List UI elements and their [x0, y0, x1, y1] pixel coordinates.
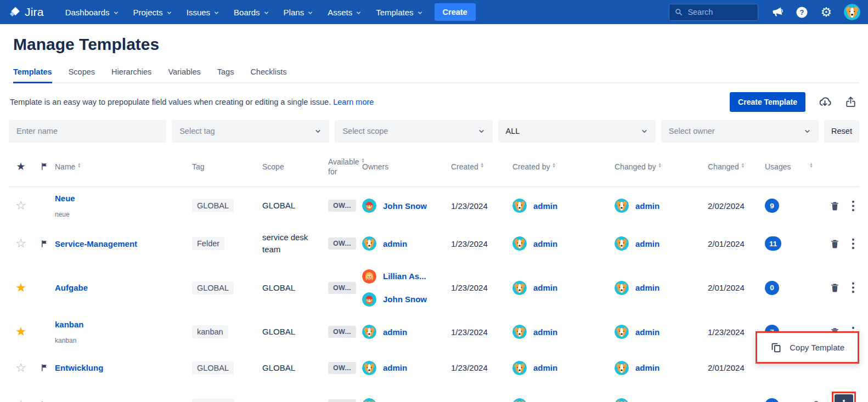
- owner-link[interactable]: admin: [383, 239, 407, 248]
- delete-button[interactable]: [828, 281, 841, 295]
- owner-filter-select[interactable]: Select owner: [661, 120, 819, 143]
- nav-menu-issues[interactable]: Issues: [179, 0, 227, 24]
- nav-menu-dashboards[interactable]: Dashboards: [58, 0, 126, 24]
- type-filter-select[interactable]: ALL: [498, 120, 656, 143]
- created-by-link[interactable]: admin: [533, 363, 557, 372]
- owner-link[interactable]: Lillian As...: [383, 271, 426, 281]
- name-filter-input[interactable]: [16, 127, 159, 135]
- column-header-created-by[interactable]: Created by▴▾: [512, 162, 615, 172]
- star-outline-icon[interactable]: ☆: [15, 399, 26, 402]
- template-name-link[interactable]: Neue: [55, 194, 75, 203]
- create-template-button[interactable]: Create Template: [730, 92, 805, 112]
- created-cell: 1/23/2024: [451, 327, 512, 337]
- navbar-search[interactable]: [669, 4, 758, 21]
- nav-menu-boards[interactable]: Boards: [227, 0, 277, 24]
- nav-menu-templates[interactable]: Templates: [369, 0, 430, 24]
- reset-button[interactable]: Reset: [824, 120, 859, 143]
- column-header-created[interactable]: Created▴▾: [451, 162, 512, 172]
- copy-template-menu-item[interactable]: Copy Template: [757, 333, 858, 362]
- kebab-menu-button[interactable]: [835, 394, 853, 402]
- changed-by-link[interactable]: admin: [635, 363, 660, 372]
- tab-tags[interactable]: Tags: [217, 67, 234, 82]
- owner-link[interactable]: John Snow: [383, 295, 427, 304]
- name-filter[interactable]: [9, 120, 166, 143]
- sort-arrows-icon[interactable]: ▴▾: [481, 162, 483, 168]
- delete-button[interactable]: [828, 199, 841, 213]
- template-name-link[interactable]: kanban: [55, 320, 84, 329]
- column-header-usages[interactable]: Usages▴▾: [765, 162, 809, 172]
- nav-menu-plans[interactable]: Plans: [277, 0, 321, 24]
- template-name-link[interactable]: Aufgabe: [55, 283, 88, 292]
- column-header-available-for[interactable]: Available for▴▾: [328, 157, 362, 177]
- kebab-menu-button[interactable]: [850, 236, 856, 251]
- template-subtitle: kanban: [55, 337, 76, 344]
- learn-more-link[interactable]: Learn more: [333, 98, 374, 106]
- import-cloud-icon[interactable]: [818, 95, 832, 109]
- changed-by-link[interactable]: admin: [635, 239, 660, 248]
- flag-icon[interactable]: [40, 400, 48, 402]
- tab-hierarchies[interactable]: Hierarchies: [111, 67, 151, 82]
- flag-icon[interactable]: [40, 239, 48, 249]
- star-outline-icon[interactable]: ☆: [15, 362, 26, 374]
- owner-link[interactable]: admin: [383, 327, 407, 337]
- changed-by-link[interactable]: admin: [635, 201, 660, 211]
- table-row: ☆NeueneueGLOBALGLOBALOW...John Snow1/23/…: [9, 187, 859, 225]
- kebab-menu-button[interactable]: [850, 280, 856, 295]
- usages-badge: 9: [765, 199, 779, 213]
- search-input[interactable]: [687, 8, 748, 16]
- nav-menu-assets[interactable]: Assets: [320, 0, 369, 24]
- created-by-link[interactable]: admin: [533, 201, 557, 211]
- template-name-link[interactable]: Entwicklung: [55, 363, 103, 372]
- delete-button[interactable]: [828, 237, 841, 251]
- owner-link[interactable]: John Snow: [383, 201, 427, 211]
- kebab-menu-button[interactable]: [850, 199, 856, 213]
- export-icon[interactable]: [844, 95, 857, 109]
- star-outline-icon[interactable]: ☆: [15, 200, 26, 212]
- user-avatar[interactable]: [844, 4, 860, 20]
- owner-item: admin: [362, 361, 451, 375]
- column-header-changed[interactable]: Changed▴▾: [708, 162, 765, 172]
- created-by-cell: admin: [512, 325, 615, 339]
- sort-arrows-icon[interactable]: ▴▾: [78, 162, 80, 168]
- changed-by-link[interactable]: admin: [635, 283, 660, 292]
- sort-arrows-icon[interactable]: ▴▾: [659, 162, 661, 168]
- sort-arrows-icon[interactable]: ▴▾: [810, 162, 812, 168]
- settings-gear-icon[interactable]: ⚙: [820, 6, 832, 19]
- tag-filter-select[interactable]: Select tag: [172, 120, 329, 143]
- annotation-highlight: [832, 392, 856, 402]
- tab-variables[interactable]: Variables: [168, 67, 200, 82]
- star-filled-icon[interactable]: ★: [15, 282, 26, 294]
- available-for-cell: OW...: [328, 399, 362, 402]
- star-outline-icon[interactable]: ☆: [15, 237, 26, 250]
- announcement-icon[interactable]: [770, 5, 784, 19]
- nav-menu-projects[interactable]: Projects: [126, 0, 179, 24]
- created-cell: 1/23/2024: [451, 201, 512, 211]
- owner-link[interactable]: admin: [383, 363, 407, 372]
- tab-templates[interactable]: Templates: [13, 67, 52, 83]
- sort-arrows-icon[interactable]: ▴▾: [742, 162, 744, 168]
- jira-home-link[interactable]: Jira: [8, 5, 44, 19]
- star-filled-icon[interactable]: ★: [15, 326, 26, 338]
- column-header-changed-by[interactable]: Changed by▴▾: [615, 162, 708, 172]
- help-icon[interactable]: ?: [796, 6, 808, 19]
- template-name-link[interactable]: Service-Management: [55, 239, 137, 248]
- tag-cell: 3 owners: [192, 399, 262, 402]
- created-by-link[interactable]: admin: [533, 327, 557, 337]
- column-header-name[interactable]: Name▴▾: [55, 162, 192, 172]
- column-header-label: Name: [55, 162, 75, 172]
- scope-filter-select[interactable]: Select scope: [335, 120, 492, 143]
- column-header-label: Usages: [765, 162, 791, 172]
- user-item: admin: [615, 361, 708, 375]
- create-button[interactable]: Create: [435, 3, 476, 21]
- tag-cell: kanban: [192, 325, 262, 338]
- delete-button[interactable]: [810, 398, 822, 402]
- flag-icon[interactable]: [40, 363, 48, 373]
- changed-by-link[interactable]: admin: [635, 327, 660, 337]
- changed-cell: 2/01/2024: [708, 239, 765, 248]
- created-by-link[interactable]: admin: [533, 239, 557, 248]
- sort-arrows-icon[interactable]: ▴▾: [553, 162, 555, 168]
- tab-checklists[interactable]: Checklists: [250, 67, 286, 82]
- chevron-down-icon: [263, 10, 269, 16]
- tab-scopes[interactable]: Scopes: [69, 67, 95, 82]
- created-by-link[interactable]: admin: [533, 283, 557, 292]
